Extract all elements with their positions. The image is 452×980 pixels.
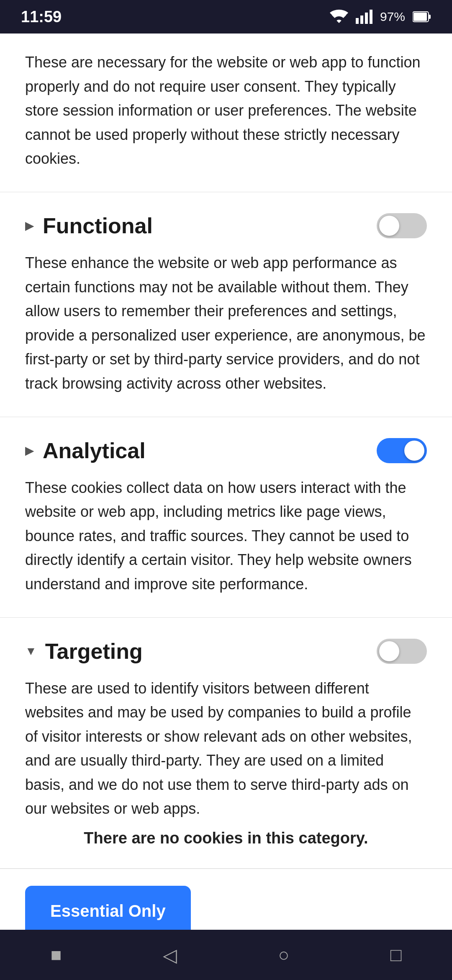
content-area: These are necessary for the website or w… <box>0 34 452 930</box>
wifi-icon <box>330 10 348 24</box>
battery-percentage: 97% <box>380 10 405 24</box>
functional-toggle-track[interactable] <box>377 213 427 238</box>
essential-only-button[interactable]: Essential Only <box>25 886 191 930</box>
nav-home-icon[interactable]: ○ <box>278 944 289 965</box>
targeting-title: Targeting <box>45 639 143 664</box>
functional-toggle[interactable] <box>377 213 427 238</box>
status-icons: 97% <box>330 10 431 24</box>
nav-back-icon[interactable]: ◁ <box>163 944 177 966</box>
targeting-toggle[interactable] <box>377 639 427 664</box>
nav-bar: ■ ◁ ○ □ <box>0 930 452 980</box>
necessary-section: These are necessary for the website or w… <box>0 34 452 192</box>
analytical-toggle-thumb <box>404 441 424 461</box>
analytical-description: These cookies collect data on how users … <box>25 476 427 596</box>
targeting-toggle-thumb <box>379 641 399 661</box>
svg-rect-6 <box>429 15 431 19</box>
battery-icon <box>413 11 431 23</box>
functional-description: These enhance the website or web app per… <box>25 251 427 396</box>
analytical-title-row: ▶ Analytical <box>25 438 146 463</box>
status-bar: 11:59 97% <box>0 0 452 34</box>
svg-rect-3 <box>370 10 372 24</box>
analytical-section: ▶ Analytical These cookies collect data … <box>0 417 452 618</box>
functional-title: Functional <box>43 213 153 238</box>
svg-rect-5 <box>413 13 427 21</box>
analytical-title: Analytical <box>43 438 146 463</box>
targeting-toggle-track[interactable] <box>377 639 427 664</box>
functional-title-row: ▶ Functional <box>25 213 153 238</box>
nav-stop-icon[interactable]: ■ <box>51 944 62 965</box>
necessary-description-text: These are necessary for the website or w… <box>25 50 427 171</box>
functional-toggle-thumb <box>379 216 399 236</box>
analytical-toggle[interactable] <box>377 438 427 463</box>
analytical-chevron-icon: ▶ <box>25 444 34 457</box>
analytical-toggle-track[interactable] <box>377 438 427 463</box>
analytical-header: ▶ Analytical <box>25 438 427 463</box>
targeting-chevron-icon: ▼ <box>25 645 37 658</box>
functional-header: ▶ Functional <box>25 213 427 238</box>
targeting-header: ▼ Targeting <box>25 639 427 664</box>
functional-section: ▶ Functional These enhance the website o… <box>0 192 452 417</box>
functional-chevron-icon: ▶ <box>25 219 34 232</box>
signal-icon <box>356 10 372 24</box>
targeting-description: These are used to identify visitors betw… <box>25 676 427 821</box>
no-cookies-notice: There are no cookies in this category. <box>25 829 427 847</box>
status-time: 11:59 <box>21 8 62 26</box>
targeting-section: ▼ Targeting These are used to identify v… <box>0 618 452 869</box>
nav-recents-icon[interactable]: □ <box>390 944 402 965</box>
targeting-title-row: ▼ Targeting <box>25 639 143 664</box>
svg-rect-2 <box>365 13 368 24</box>
svg-rect-1 <box>360 15 363 24</box>
svg-rect-0 <box>356 18 359 24</box>
buttons-area: Essential Only Accept All Save Selection… <box>0 869 452 930</box>
essential-only-row: Essential Only <box>25 886 427 930</box>
